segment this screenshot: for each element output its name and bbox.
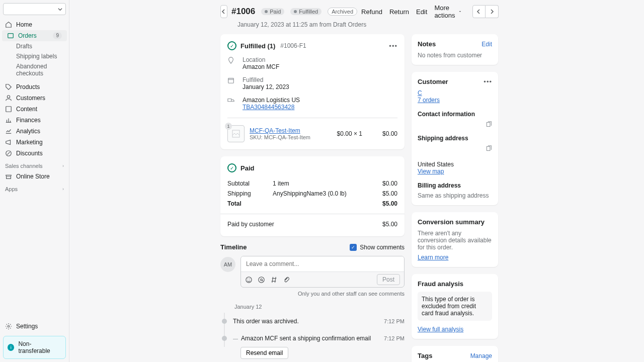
archived-badge: Archived xyxy=(328,8,357,16)
show-comments-toggle[interactable]: ✓ Show comments xyxy=(350,244,405,251)
nav-products[interactable]: Products xyxy=(0,81,69,93)
mention-icon[interactable] xyxy=(258,276,265,284)
sidebar-bottom: Settings i Non-transferable xyxy=(0,320,69,362)
nav-discounts[interactable]: Discounts xyxy=(0,148,69,159)
nav-home[interactable]: Home xyxy=(0,19,69,30)
nav-settings[interactable]: Settings xyxy=(0,320,69,333)
nav-analytics-label: Analytics xyxy=(16,128,40,135)
fulfillment-menu-button[interactable]: ••• xyxy=(389,42,397,50)
collapse-icon[interactable]: — xyxy=(233,336,238,341)
copy-icon[interactable] xyxy=(486,121,492,128)
comment-visibility-note: Only you and other staff can see comment… xyxy=(220,291,405,297)
contact-info-label: Contact information xyxy=(418,111,475,118)
timeline-text: Amazon MCF sent a shipping confirmation … xyxy=(241,335,371,342)
nav-content[interactable]: Content xyxy=(0,104,69,115)
resend-email-button[interactable]: Resend email xyxy=(240,347,288,359)
view-map-link[interactable]: View map xyxy=(418,168,444,175)
line-item-name[interactable]: MCF-QA-Test-Item xyxy=(250,127,310,134)
emoji-icon[interactable] xyxy=(245,276,253,284)
apps-header[interactable]: Apps › xyxy=(0,182,69,194)
checkbox-checked-icon: ✓ xyxy=(350,244,357,251)
quantity-badge: 1 xyxy=(225,123,232,130)
customer-orders-link[interactable]: 7 orders xyxy=(418,97,440,104)
post-button[interactable]: Post xyxy=(377,274,400,285)
page-header: #1006 Paid Fulfilled Archived Refund Ret… xyxy=(69,0,644,21)
edit-action[interactable]: Edit xyxy=(416,8,427,16)
svg-point-7 xyxy=(246,277,252,282)
products-icon xyxy=(5,83,12,90)
refund-action[interactable]: Refund xyxy=(361,8,382,16)
hashtag-icon[interactable] xyxy=(270,276,278,284)
nav-marketing-label: Marketing xyxy=(16,139,43,146)
shipping-country: United States xyxy=(418,161,492,168)
nav-customers[interactable]: Customers xyxy=(0,93,69,104)
payment-card: ✓ Paid Subtotal 1 item $0.00 Shipping An… xyxy=(220,156,405,236)
back-button[interactable] xyxy=(220,5,227,18)
nav-drafts[interactable]: Drafts xyxy=(0,41,69,51)
nav-orders[interactable]: Orders 9 xyxy=(2,30,67,41)
nav-marketing[interactable]: Marketing xyxy=(0,137,69,148)
shipping-desc: AnyShippingName3 (0.0 lb) xyxy=(273,190,362,197)
nav-shipping-labels[interactable]: Shipping labels xyxy=(0,51,69,61)
timeline-dot-icon xyxy=(222,319,227,324)
fraud-card: Fraud analysis This type of order is exc… xyxy=(412,274,498,339)
prev-order-button[interactable] xyxy=(472,5,486,18)
more-actions-menu[interactable]: More actions xyxy=(434,4,461,19)
conversion-title: Conversion summary xyxy=(418,218,485,226)
customer-card: Customer ••• C 7 orders Contact informat… xyxy=(412,72,498,205)
customer-name-link[interactable]: C xyxy=(418,89,422,97)
return-action[interactable]: Return xyxy=(389,8,409,16)
attachment-icon[interactable] xyxy=(283,276,290,284)
timeline-date: January 12 xyxy=(234,304,405,310)
nontransferable-banner[interactable]: i Non-transferable xyxy=(3,336,66,359)
shipping-value: $5.00 xyxy=(362,190,397,197)
tracking-link[interactable]: TBA304844563428 xyxy=(243,104,300,111)
nav: Home Orders 9 Drafts Shipping labels Aba… xyxy=(0,19,69,320)
next-order-button[interactable] xyxy=(486,5,499,18)
tags-title: Tags xyxy=(418,352,432,359)
sales-channels-header[interactable]: Sales channels › xyxy=(0,159,69,171)
shipping-address-value xyxy=(418,145,419,152)
line-item-total: $0.00 xyxy=(367,130,397,137)
timeline-time: 7:12 PM xyxy=(384,335,405,341)
nav-analytics[interactable]: Analytics xyxy=(0,126,69,137)
nontransferable-label: Non-transferable xyxy=(18,340,61,354)
svg-point-4 xyxy=(8,325,10,327)
notes-edit-link[interactable]: Edit xyxy=(481,41,492,48)
info-icon: i xyxy=(8,344,14,351)
paid-badge: Paid xyxy=(261,8,284,15)
nav-customers-label: Customers xyxy=(16,95,45,102)
store-selector[interactable] xyxy=(3,3,66,15)
timeline-text: This order was archived. xyxy=(233,318,299,325)
check-circle-icon: ✓ xyxy=(227,163,236,172)
line-item: 1 MCF-QA-Test-Item SKU: MCF-QA-Test-Item… xyxy=(227,118,397,142)
comment-input[interactable] xyxy=(241,256,404,272)
carrier-name: Amazon Logistics US xyxy=(243,97,300,104)
calendar-icon xyxy=(227,76,236,90)
subtotal-desc: 1 item xyxy=(273,180,362,187)
svg-rect-6 xyxy=(232,130,239,137)
customer-menu-button[interactable]: ••• xyxy=(484,78,492,85)
orders-count-badge: 9 xyxy=(53,32,62,39)
copy-icon[interactable] xyxy=(486,145,492,152)
nav-abandoned-checkouts[interactable]: Abandoned checkouts xyxy=(0,61,69,78)
sidebar: Home Orders 9 Drafts Shipping labels Aba… xyxy=(0,0,69,362)
conversion-learn-more-link[interactable]: Learn more xyxy=(418,254,448,261)
nav-online-store-label: Online Store xyxy=(16,173,50,180)
fraud-title: Fraud analysis xyxy=(418,280,463,288)
gear-icon xyxy=(5,323,12,330)
conversion-card: Conversion summary There aren't any conv… xyxy=(412,212,498,267)
tags-manage-link[interactable]: Manage xyxy=(470,352,492,359)
truck-icon xyxy=(227,97,236,111)
nav-finances[interactable]: Finances xyxy=(0,115,69,126)
nav-online-store[interactable]: Online Store xyxy=(0,171,69,182)
total-label: Total xyxy=(227,200,273,207)
timeline-item: — Amazon MCF sent a shipping confirmatio… xyxy=(220,330,405,347)
order-subhead: January 12, 2023 at 11:25 am from Draft … xyxy=(69,21,644,34)
contact-info-value xyxy=(418,121,419,128)
fraud-view-link[interactable]: View full analysis xyxy=(418,326,463,333)
caret-down-icon xyxy=(459,10,461,14)
timeline-section: Timeline ✓ Show comments AM xyxy=(220,243,405,362)
timeline-dot-icon xyxy=(222,336,227,341)
fulfillment-card: ✓ Fulfilled (1) #1006-F1 ••• Location Am… xyxy=(220,34,405,149)
